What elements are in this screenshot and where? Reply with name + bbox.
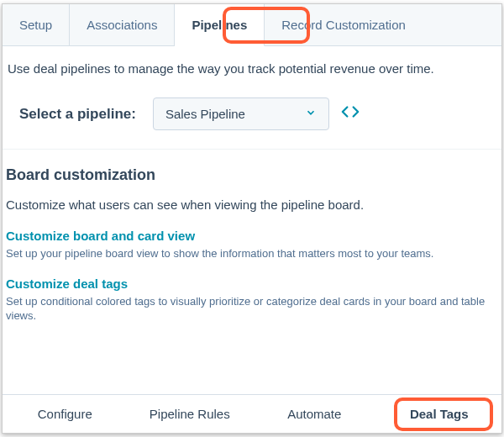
subtab-pipeline-rules[interactable]: Pipeline Rules — [128, 395, 253, 433]
tab-record-customization[interactable]: Record Customization — [265, 4, 501, 45]
customize-board-card-link[interactable]: Customize board and card view — [6, 229, 495, 243]
select-pipeline-row: Select a pipeline: Sales Pipeline — [3, 82, 501, 150]
pipeline-description: Use deal pipelines to manage the way you… — [3, 46, 501, 82]
tab-record-customization-label: Record Customization — [281, 18, 406, 32]
board-customization-section: Board customization Customize what users… — [3, 150, 501, 344]
tab-setup-label: Setup — [19, 18, 52, 32]
select-pipeline-label: Select a pipeline: — [19, 106, 136, 123]
subtab-automate-label: Automate — [287, 407, 341, 421]
tab-associations-label: Associations — [87, 18, 157, 32]
subtab-pipeline-rules-label: Pipeline Rules — [150, 407, 230, 421]
customize-deal-tags-desc: Set up conditional colored tags to visua… — [6, 294, 495, 324]
settings-panel: Setup Associations Pipelines Record Cust… — [2, 3, 502, 434]
code-icon[interactable] — [341, 103, 360, 125]
pipeline-dropdown[interactable]: Sales Pipeline — [153, 97, 329, 130]
subtab-configure[interactable]: Configure — [3, 395, 128, 433]
board-customization-desc: Customize what users can see when viewin… — [6, 197, 495, 212]
subtab-configure-label: Configure — [38, 407, 92, 421]
pipeline-dropdown-value: Sales Pipeline — [165, 107, 245, 121]
subtab-deal-tags[interactable]: Deal Tags — [377, 395, 502, 433]
chevron-down-icon — [305, 107, 317, 121]
top-tab-bar: Setup Associations Pipelines Record Cust… — [3, 4, 501, 46]
board-customization-heading: Board customization — [6, 166, 495, 184]
tab-setup[interactable]: Setup — [3, 4, 70, 45]
subtab-automate[interactable]: Automate — [252, 395, 377, 433]
subtab-deal-tags-label: Deal Tags — [410, 407, 469, 421]
tab-pipelines-label: Pipelines — [192, 18, 247, 32]
customize-deal-tags-link[interactable]: Customize deal tags — [6, 276, 495, 291]
tab-associations[interactable]: Associations — [70, 4, 175, 45]
customize-board-card-desc: Set up your pipeline board view to show … — [6, 246, 495, 261]
tab-pipelines[interactable]: Pipelines — [175, 4, 265, 46]
bottom-tab-bar: Configure Pipeline Rules Automate Deal T… — [3, 394, 501, 433]
